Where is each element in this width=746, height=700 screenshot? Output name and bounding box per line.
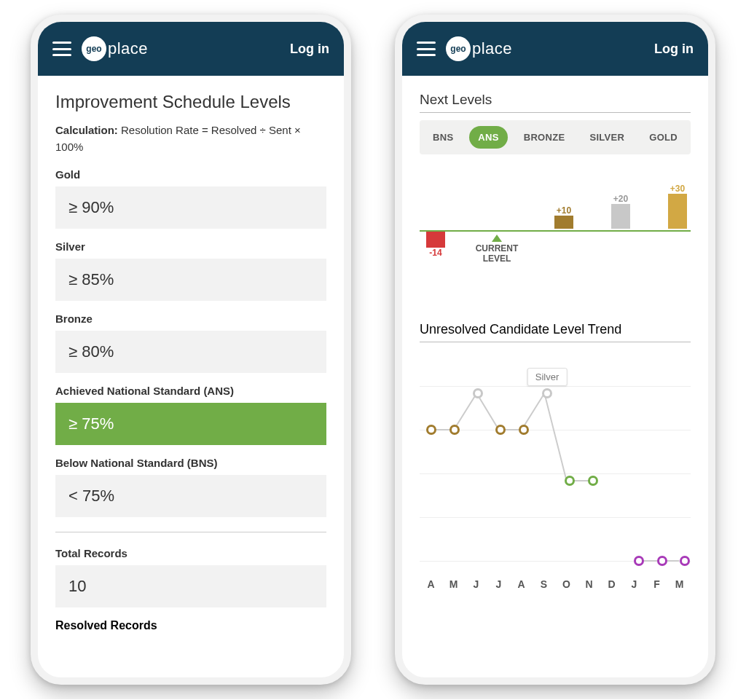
trend-point[interactable] (657, 556, 667, 566)
bar-rect (668, 194, 687, 229)
divider (420, 342, 691, 342)
resolved-records-label: Resolved Records (55, 619, 326, 632)
bar-value-label: -14 (421, 248, 450, 258)
month-tick: M (668, 578, 691, 590)
month-tick: A (510, 578, 533, 590)
login-link[interactable]: Log in (290, 42, 329, 57)
bar-value-label: +30 (663, 184, 692, 194)
total-records-label: Total Records (55, 547, 326, 559)
level-threshold: ≥ 90% (55, 186, 326, 229)
trend-point[interactable] (519, 425, 529, 435)
topbar: geo place Log in (402, 22, 708, 76)
level-label: Below National Standard (BNS) (55, 457, 326, 469)
level-threshold: ≥ 85% (55, 259, 326, 301)
logo-mark: geo (446, 36, 471, 61)
bar-bns: -14 (421, 184, 450, 258)
month-tick: O (555, 578, 578, 590)
level-group-bns: Below National Standard (BNS) < 75% (55, 457, 326, 517)
next-levels-bar-chart: -14 CURRENT LEVEL +10 +20 +30 (420, 184, 691, 278)
gridline (420, 473, 691, 474)
tab-silver[interactable]: SILVER (581, 126, 633, 149)
level-label: Bronze (55, 312, 326, 325)
gridline (420, 430, 691, 430)
bar-rect (611, 204, 630, 229)
total-records-value: 10 (55, 565, 326, 607)
level-threshold: ≥ 80% (55, 331, 326, 373)
menu-icon[interactable] (417, 42, 436, 56)
login-link[interactable]: Log in (654, 42, 694, 57)
chart-baseline (420, 230, 691, 232)
trend-title: Unresolved Candidate Level Trend (420, 322, 691, 337)
level-group-ans: Achieved National Standard (ANS) ≥ 75% (55, 385, 326, 445)
phone-right: geo place Log in Next Levels BNS ANS BRO… (395, 15, 715, 685)
level-label: Achieved National Standard (ANS) (55, 385, 326, 397)
tab-gold[interactable]: GOLD (640, 126, 686, 149)
divider (55, 532, 326, 532)
level-group-silver: Silver ≥ 85% (55, 240, 326, 301)
month-axis: A M J J A S O N D J F M (420, 578, 691, 590)
level-label: Silver (55, 240, 326, 253)
level-label: Gold (55, 168, 326, 181)
bar-value-label: +20 (606, 194, 635, 204)
calc-label: Calculation: (55, 124, 118, 136)
divider (420, 112, 691, 113)
page-title: Improvement Schedule Levels (55, 92, 326, 112)
level-threshold-active: ≥ 75% (55, 403, 326, 445)
logo-text: place (108, 39, 148, 58)
level-threshold: < 75% (55, 475, 326, 517)
level-tabs: BNS ANS BRONZE SILVER GOLD (420, 120, 691, 154)
month-tick: J (623, 578, 645, 590)
month-tick: M (442, 578, 465, 590)
level-group-bronze: Bronze ≥ 80% (55, 312, 326, 373)
trend-point[interactable] (495, 425, 506, 435)
trend-point[interactable] (634, 556, 644, 566)
trend-point[interactable] (449, 425, 460, 435)
total-records-group: Total Records 10 (55, 547, 326, 607)
level-group-gold: Gold ≥ 90% (55, 168, 326, 229)
month-tick: N (578, 578, 600, 590)
tab-ans[interactable]: ANS (469, 126, 507, 149)
bar-silver: +20 (606, 184, 635, 229)
tab-bronze[interactable]: BRONZE (515, 126, 574, 149)
month-tick: A (420, 578, 442, 590)
logo[interactable]: geo place (82, 36, 280, 61)
menu-icon[interactable] (52, 42, 71, 56)
trend-point[interactable] (588, 476, 598, 486)
bar-ans-current: CURRENT LEVEL (475, 184, 519, 264)
right-content: Next Levels BNS ANS BRONZE SILVER GOLD -… (402, 76, 708, 677)
trend-line-chart: Silver A M J J A S O N D J (420, 350, 691, 590)
bar-bronze: +10 (549, 184, 578, 229)
trend-point[interactable] (473, 388, 483, 398)
phone-left: geo place Log in Improvement Schedule Le… (31, 15, 351, 685)
month-tick: F (645, 578, 668, 590)
logo-mark: geo (82, 36, 106, 61)
topbar: geo place Log in (38, 22, 344, 76)
next-levels-title: Next Levels (420, 92, 691, 108)
tab-bns[interactable]: BNS (424, 126, 462, 149)
gridline (420, 517, 691, 518)
trend-point[interactable] (565, 476, 575, 486)
bar-gold: +30 (663, 184, 692, 229)
current-level-text: CURRENT LEVEL (475, 243, 519, 264)
current-marker-icon (492, 235, 502, 242)
month-tick: J (465, 578, 487, 590)
month-tick: J (487, 578, 510, 590)
trend-point[interactable] (426, 425, 436, 435)
month-tick: D (600, 578, 623, 590)
gridline (420, 561, 691, 562)
trend-point-silver[interactable] (542, 388, 552, 398)
bar-value-label: +10 (549, 205, 578, 216)
logo[interactable]: geo place (446, 36, 644, 61)
month-tick: S (533, 578, 555, 590)
gridline (420, 386, 691, 387)
trend-tooltip: Silver (527, 368, 568, 386)
bar-rect (554, 216, 573, 229)
left-content: Improvement Schedule Levels Calculation:… (38, 76, 344, 677)
logo-text: place (472, 39, 512, 58)
trend-point[interactable] (680, 556, 690, 566)
bar-rect (426, 232, 445, 248)
calculation-text: Calculation: Resolution Rate = Resolved … (55, 122, 326, 155)
